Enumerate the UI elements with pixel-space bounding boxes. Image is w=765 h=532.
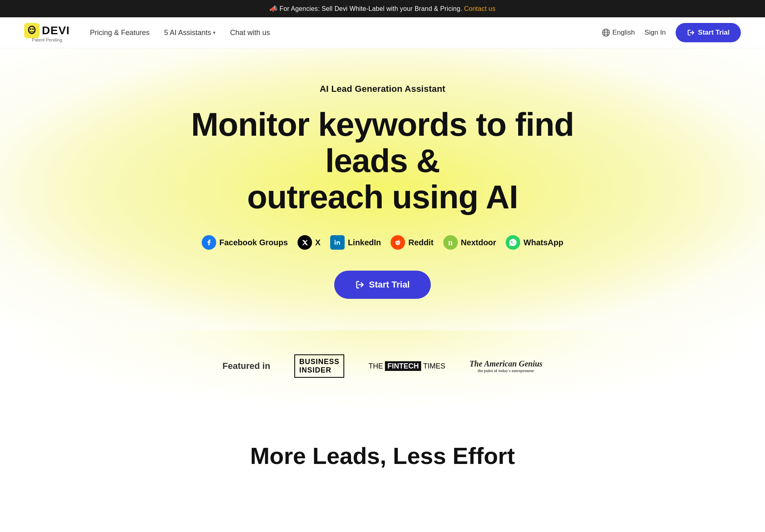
platform-facebook-label: Facebook Groups <box>219 238 288 247</box>
platform-nextdoor: n Nextdoor <box>443 235 496 250</box>
navbar-left: DEVI Patent Pending Pricing & Features 5… <box>24 23 270 42</box>
pricing-features-link[interactable]: Pricing & Features <box>90 29 149 37</box>
platform-reddit: Reddit <box>391 235 433 250</box>
start-trial-hero-label: Start Trial <box>369 279 409 290</box>
platform-nextdoor-label: Nextdoor <box>461 238 496 247</box>
svg-point-4 <box>32 28 34 30</box>
svg-rect-11 <box>335 242 336 245</box>
start-trial-button-nav[interactable]: Start Trial <box>676 23 741 42</box>
whatsapp-icon <box>506 235 520 250</box>
featured-label: Featured in <box>223 361 271 371</box>
login-icon-hero <box>355 280 365 290</box>
svg-point-3 <box>30 28 31 30</box>
hero-subtitle: AI Lead Generation Assistant <box>320 84 445 94</box>
svg-point-20 <box>399 241 400 242</box>
social-platforms: Facebook Groups X LinkedIn <box>202 235 564 250</box>
platform-x: X <box>298 235 320 250</box>
svg-point-21 <box>395 241 397 242</box>
business-insider-logo: BUSINESSINSIDER <box>294 354 344 378</box>
hero-section: AI Lead Generation Assistant Monitor key… <box>0 48 765 330</box>
navbar: DEVI Patent Pending Pricing & Features 5… <box>0 17 765 48</box>
platform-facebook: Facebook Groups <box>202 235 288 250</box>
american-genius-logo: The American Genius the pulse of today's… <box>469 359 543 373</box>
sign-in-button[interactable]: Sign In <box>645 29 666 37</box>
platform-reddit-label: Reddit <box>408 238 433 247</box>
ai-assistants-dropdown-arrow: ▾ <box>213 30 215 35</box>
navbar-right: English Sign In Start Trial <box>602 23 741 42</box>
banner-text: For Agencies: Sell Devi White-Label with… <box>279 5 462 12</box>
more-leads-title: More Leads, Less Effort <box>24 442 741 469</box>
featured-section: Featured in BUSINESSINSIDER THE FINTECH … <box>0 330 765 410</box>
ai-assistants-link[interactable]: 5 AI Assistants ▾ <box>164 29 215 37</box>
svg-point-19 <box>398 242 399 243</box>
reddit-icon <box>391 235 405 250</box>
chat-with-us-link[interactable]: Chat with us <box>230 29 270 37</box>
linkedin-icon <box>330 235 345 250</box>
top-banner: 📣 For Agencies: Sell Devi White-Label wi… <box>0 0 765 17</box>
hero-title: Monitor keywords to find leads & outreac… <box>161 106 604 215</box>
fintech-times-logo: THE FINTECH TIMES <box>368 362 445 371</box>
platform-linkedin-label: LinkedIn <box>348 238 381 247</box>
facebook-icon <box>202 235 216 250</box>
logo-icon <box>24 23 39 38</box>
nav-links: Pricing & Features 5 AI Assistants ▾ Cha… <box>90 29 270 37</box>
platform-whatsapp: WhatsApp <box>506 235 563 250</box>
svg-point-18 <box>397 242 397 243</box>
banner-emoji: 📣 <box>269 5 277 12</box>
platform-x-label: X <box>315 238 320 247</box>
start-trial-button-hero[interactable]: Start Trial <box>334 271 430 299</box>
logo-text: DEVI <box>24 23 70 38</box>
nextdoor-icon: n <box>443 235 458 250</box>
language-label: English <box>612 29 635 37</box>
svg-point-12 <box>335 240 336 241</box>
login-icon-nav <box>687 29 695 37</box>
language-icon <box>602 29 610 37</box>
x-icon <box>298 235 312 250</box>
svg-point-22 <box>399 240 400 240</box>
logo-area[interactable]: DEVI Patent Pending <box>24 23 70 42</box>
platform-linkedin: LinkedIn <box>330 235 381 250</box>
patent-label: Patent Pending <box>32 37 62 42</box>
platform-whatsapp-label: WhatsApp <box>523 238 563 247</box>
more-leads-section: More Leads, Less Effort <box>0 410 765 485</box>
featured-logos: BUSINESSINSIDER THE FINTECH TIMES The Am… <box>294 354 542 378</box>
contact-link[interactable]: Contact us <box>464 5 495 12</box>
language-button[interactable]: English <box>602 29 635 37</box>
